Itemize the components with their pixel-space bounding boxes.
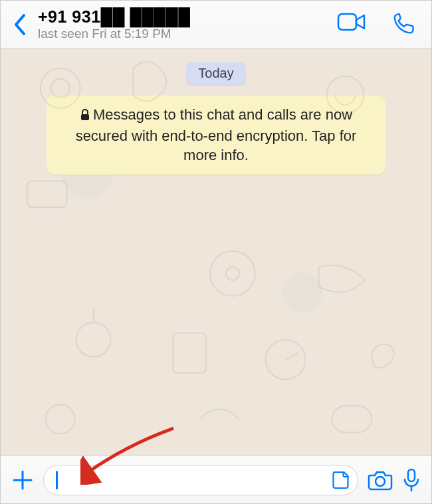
voice-call-button[interactable] [393,12,415,37]
svg-rect-16 [408,469,415,481]
lock-icon [80,106,90,126]
svg-point-15 [376,477,385,486]
svg-rect-4 [27,181,67,207]
svg-point-6 [226,267,239,280]
sticker-button[interactable] [331,470,351,490]
svg-rect-8 [173,333,206,373]
date-separator: Today [186,62,245,85]
header-actions [337,12,415,37]
chevron-left-icon [13,13,29,37]
message-input[interactable] [43,465,358,495]
back-button[interactable] [5,13,37,37]
video-camera-icon [337,12,366,32]
microphone-button[interactable] [402,467,421,493]
contact-name: +91 931██ █████ [38,7,337,27]
microphone-icon [402,467,421,493]
svg-point-9 [266,340,306,380]
svg-rect-0 [338,14,356,30]
encryption-notice[interactable]: Messages to this chat and calls are now … [47,96,385,175]
svg-rect-11 [332,406,372,432]
phone-icon [393,12,415,35]
svg-point-7 [76,323,111,357]
camera-button[interactable] [368,469,393,491]
encryption-notice-text: Messages to this chat and calls are now … [76,106,357,163]
attach-button[interactable] [11,469,34,491]
chat-messages-area[interactable]: Today Messages to this chat and calls ar… [1,48,431,456]
camera-icon [368,469,393,491]
svg-point-5 [210,251,255,296]
plus-icon [11,469,34,491]
chat-header: +91 931██ █████ last seen Fri at 5:19 PM [1,1,431,48]
last-seen-label: last seen Fri at 5:19 PM [38,27,337,41]
svg-rect-12 [81,114,89,120]
video-call-button[interactable] [337,12,366,37]
message-composer [1,456,431,503]
svg-point-2 [51,79,70,98]
svg-point-10 [46,404,75,434]
text-caret [56,471,58,489]
contact-info[interactable]: +91 931██ █████ last seen Fri at 5:19 PM [37,7,337,41]
sticker-icon [331,470,351,490]
whatsapp-chat-screen: +91 931██ █████ last seen Fri at 5:19 PM [0,0,432,504]
